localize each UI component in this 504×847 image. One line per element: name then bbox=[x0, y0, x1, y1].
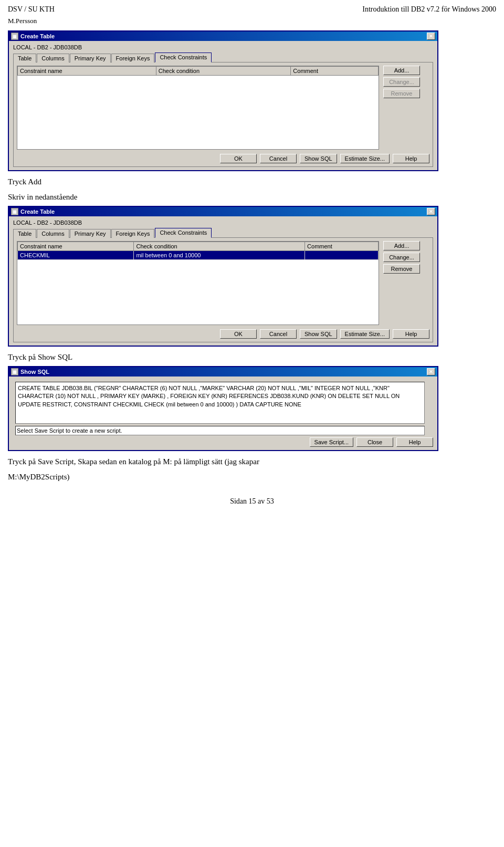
create-table-dialog-1: ▦ Create Table ✕ LOCAL - DB2 - JDB038DB … bbox=[8, 30, 438, 171]
dialog1-estimate-size-button[interactable]: Estimate Size... bbox=[340, 154, 390, 163]
dialog1-title: Create Table bbox=[20, 33, 55, 39]
show-sql-bottom-buttons: Save Script... Close Help bbox=[13, 437, 433, 447]
tab1-primary-key[interactable]: Primary Key bbox=[70, 54, 111, 62]
col2-header-comment: Comment bbox=[305, 242, 379, 251]
dialog1-add-button[interactable]: Add... bbox=[383, 66, 420, 75]
create-table-dialog-2: ▦ Create Table ✕ LOCAL - DB2 - JDB038DB … bbox=[8, 206, 438, 347]
sql-text-content: CREATE TABLE JDB038.BIL ("REGNR" CHARACT… bbox=[15, 382, 425, 424]
dialog2-estimate-size-button[interactable]: Estimate Size... bbox=[340, 329, 390, 339]
dialog2-tabs: Table Columns Primary Key Foreign Keys C… bbox=[13, 228, 433, 238]
dialog2-bottom-buttons: OK Cancel Show SQL Estimate Size... Help bbox=[17, 329, 429, 339]
tab2-primary-key[interactable]: Primary Key bbox=[70, 229, 111, 238]
page-footer: Sidan 15 av 53 bbox=[8, 497, 496, 506]
save-script-button[interactable]: Save Script... bbox=[310, 437, 353, 447]
dialog2-title-icon: ▦ bbox=[11, 208, 18, 215]
dialog2-close-button[interactable]: ✕ bbox=[427, 208, 435, 215]
col-header-constraint-name: Constraint name bbox=[18, 67, 156, 76]
instruction1: Tryck Add bbox=[8, 177, 496, 186]
comment-cell bbox=[305, 251, 379, 260]
dialog2-constraint-table: Constraint name Check condition Comment … bbox=[17, 241, 379, 325]
instruction3: Tryck på Show SQL bbox=[8, 353, 496, 362]
dialog1-ok-button[interactable]: OK bbox=[220, 154, 257, 163]
dialog1-title-icon: ▦ bbox=[11, 33, 18, 40]
tab2-foreign-keys[interactable]: Foreign Keys bbox=[111, 229, 155, 238]
dialog2-cancel-button[interactable]: Cancel bbox=[260, 329, 297, 339]
show-sql-title: Show SQL bbox=[20, 369, 49, 375]
sql-note: Select Save Script to create a new scrip… bbox=[15, 426, 425, 435]
col-header-check-condition: Check condition bbox=[156, 67, 291, 76]
dialog1-bottom-buttons: OK Cancel Show SQL Estimate Size... Help bbox=[17, 154, 429, 163]
dialog2-title: Create Table bbox=[20, 208, 55, 215]
sql-help-button[interactable]: Help bbox=[396, 437, 433, 447]
dialog1-titlebar: ▦ Create Table ✕ bbox=[9, 32, 437, 41]
col-header-comment: Comment bbox=[291, 67, 379, 76]
dialog1-subtitle: LOCAL - DB2 - JDB038DB bbox=[13, 44, 433, 50]
header-left-bottom: M.Persson bbox=[8, 17, 37, 25]
dialog2-side-buttons: Add... Change... Remove bbox=[383, 241, 420, 274]
dialog2-help-button[interactable]: Help bbox=[393, 329, 429, 339]
table-row[interactable]: CHECKMIL mil between 0 and 10000 bbox=[18, 251, 379, 260]
tab1-check-constraints[interactable]: Check Constraints bbox=[155, 53, 212, 62]
instruction2: Skriv in nedanstående bbox=[8, 193, 496, 202]
dialog2-add-button[interactable]: Add... bbox=[383, 241, 420, 250]
tab1-foreign-keys[interactable]: Foreign Keys bbox=[111, 54, 155, 62]
dialog1-side-buttons: Add... Change... Remove bbox=[383, 66, 420, 98]
header-right-top: Introduktion till DB2 v7.2 för Windows 2… bbox=[362, 5, 496, 14]
header-left-top: DSV / SU KTH bbox=[8, 5, 55, 14]
tab1-columns[interactable]: Columns bbox=[37, 54, 69, 62]
dialog2-ok-button[interactable]: OK bbox=[220, 329, 257, 339]
dialog1-remove-button[interactable]: Remove bbox=[383, 89, 420, 98]
instruction5: M:\MyDB2Scripts) bbox=[8, 473, 496, 482]
show-sql-titlebar: ▦ Show SQL ✕ bbox=[9, 367, 437, 377]
dialog2-change-button[interactable]: Change... bbox=[383, 253, 420, 262]
tab2-table[interactable]: Table bbox=[13, 229, 36, 238]
tab2-check-constraints[interactable]: Check Constraints bbox=[155, 228, 212, 238]
instruction4: Tryck på Save Script, Skapa sedan en kat… bbox=[8, 457, 496, 466]
check-condition-cell: mil between 0 and 10000 bbox=[134, 251, 305, 260]
dialog1-tabs: Table Columns Primary Key Foreign Keys C… bbox=[13, 53, 433, 62]
tab1-table[interactable]: Table bbox=[13, 54, 36, 62]
close-button[interactable]: Close bbox=[356, 437, 393, 447]
col2-header-constraint-name: Constraint name bbox=[18, 242, 134, 251]
show-sql-close-button[interactable]: ✕ bbox=[427, 368, 435, 375]
dialog2-show-sql-button[interactable]: Show SQL bbox=[300, 329, 337, 339]
dialog1-help-button[interactable]: Help bbox=[393, 154, 429, 163]
dialog1-close-button[interactable]: ✕ bbox=[427, 33, 435, 40]
dialog2-subtitle: LOCAL - DB2 - JDB038DB bbox=[13, 219, 433, 226]
dialog1-change-button[interactable]: Change... bbox=[383, 77, 420, 87]
dialog1-cancel-button[interactable]: Cancel bbox=[260, 154, 297, 163]
show-sql-dialog: ▦ Show SQL ✕ CREATE TABLE JDB038.BIL ("R… bbox=[8, 366, 438, 451]
show-sql-title-icon: ▦ bbox=[11, 368, 18, 375]
dialog2-titlebar: ▦ Create Table ✕ bbox=[9, 207, 437, 216]
dialog1-constraint-table: Constraint name Check condition Comment bbox=[17, 66, 379, 150]
col2-header-check-condition: Check condition bbox=[134, 242, 305, 251]
tab2-columns[interactable]: Columns bbox=[37, 229, 69, 238]
dialog1-show-sql-button[interactable]: Show SQL bbox=[300, 154, 337, 163]
dialog2-remove-button[interactable]: Remove bbox=[383, 264, 420, 274]
constraint-name-cell: CHECKMIL bbox=[18, 251, 134, 260]
